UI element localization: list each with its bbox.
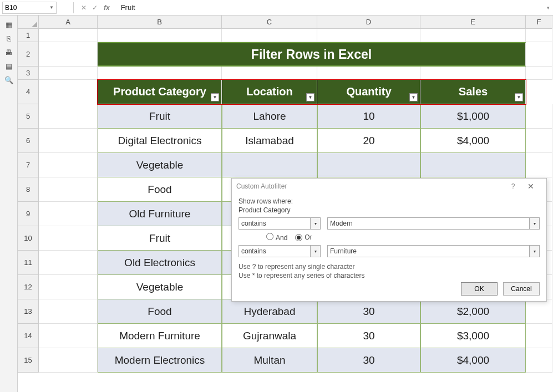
cell-product-category[interactable]: Vegetable xyxy=(98,153,222,177)
col-header[interactable]: A xyxy=(39,16,98,29)
header-sales[interactable]: Sales▼ xyxy=(420,80,526,104)
filter-dropdown-icon[interactable]: ▼ xyxy=(306,93,314,101)
cell[interactable] xyxy=(526,153,552,177)
tool-icon[interactable]: ▤ xyxy=(2,60,16,72)
cell-sales[interactable]: $1,000 xyxy=(420,104,526,129)
col-header[interactable]: D xyxy=(317,16,420,29)
cell-sales[interactable]: $3,000 xyxy=(420,324,526,348)
name-box[interactable]: B10 ▼ xyxy=(2,2,57,14)
dropdown-icon[interactable]: ▾ xyxy=(310,246,320,257)
tool-icon[interactable]: ▦ xyxy=(2,18,16,30)
enter-icon[interactable]: ✓ xyxy=(89,4,100,12)
cell[interactable] xyxy=(420,67,526,80)
cell-location[interactable]: Lahore xyxy=(222,104,317,129)
cell-quantity[interactable]: 30 xyxy=(317,324,420,348)
ok-button[interactable]: OK xyxy=(461,282,498,296)
filter-dropdown-icon[interactable]: ▼ xyxy=(211,93,219,101)
cell-location[interactable] xyxy=(222,153,317,177)
fx-icon[interactable]: fx xyxy=(104,4,110,12)
row-header[interactable]: 10 xyxy=(18,226,39,251)
cell-sales[interactable] xyxy=(420,153,526,177)
operator1-combo[interactable]: contains▾ xyxy=(239,217,321,230)
help-icon[interactable]: ? xyxy=(506,182,520,190)
cell[interactable] xyxy=(526,299,552,324)
cell-sales[interactable]: $2,000 xyxy=(420,299,526,324)
cell-quantity[interactable]: 10 xyxy=(317,104,420,129)
header-location[interactable]: Location▼ xyxy=(222,80,317,104)
cell-location[interactable]: Gujranwala xyxy=(222,324,317,348)
select-all-corner[interactable] xyxy=(18,16,39,29)
row-header[interactable]: 4 xyxy=(18,80,39,104)
cell-location[interactable]: Hyderabad xyxy=(222,299,317,324)
row-header[interactable]: 14 xyxy=(18,324,39,348)
row-header[interactable]: 12 xyxy=(18,275,39,299)
cell-quantity[interactable]: 30 xyxy=(317,348,420,373)
cell-product-category[interactable]: Old Electronics xyxy=(98,251,222,275)
cell[interactable] xyxy=(317,67,420,80)
dropdown-icon[interactable]: ▼ xyxy=(49,5,54,10)
cell[interactable] xyxy=(526,129,552,153)
cell-product-category[interactable]: Vegetable xyxy=(98,275,222,299)
cell-product-category[interactable]: Digital Electronics xyxy=(98,129,222,153)
header-quantity[interactable]: Quantity▼ xyxy=(317,80,420,104)
cell[interactable] xyxy=(39,104,98,129)
cell[interactable] xyxy=(39,29,98,42)
tool-icon[interactable]: 🔍 xyxy=(2,74,16,86)
cell[interactable] xyxy=(98,29,222,42)
cell-product-category[interactable]: Fruit xyxy=(98,226,222,251)
cell-product-category[interactable]: Old Furniture xyxy=(98,202,222,226)
cell-quantity[interactable]: 20 xyxy=(317,129,420,153)
col-header[interactable]: F xyxy=(526,16,552,29)
row-header[interactable]: 8 xyxy=(18,177,39,202)
cell[interactable] xyxy=(39,251,98,275)
cell[interactable] xyxy=(39,177,98,202)
cell[interactable] xyxy=(39,299,98,324)
row-header[interactable]: 2 xyxy=(18,42,39,67)
and-radio[interactable]: And xyxy=(266,233,287,242)
header-product-category[interactable]: Product Category▼ xyxy=(98,80,222,104)
cell-location[interactable]: Multan xyxy=(222,348,317,373)
cell[interactable] xyxy=(98,67,222,80)
dropdown-icon[interactable]: ▾ xyxy=(529,218,539,229)
cell[interactable] xyxy=(39,67,98,80)
operator2-combo[interactable]: contains▾ xyxy=(239,245,321,257)
cell-sales[interactable]: $4,000 xyxy=(420,348,526,373)
row-header[interactable]: 9 xyxy=(18,202,39,226)
formula-value[interactable]: Fruit xyxy=(121,3,135,12)
row-header[interactable]: 3 xyxy=(18,67,39,80)
cancel-icon[interactable]: ✕ xyxy=(78,4,89,12)
dropdown-icon[interactable]: ▾ xyxy=(529,246,539,257)
tool-icon[interactable]: 🖶 xyxy=(2,46,16,58)
row-header[interactable]: 6 xyxy=(18,129,39,153)
cell-product-category[interactable]: Fruit xyxy=(98,104,222,129)
cell-sales[interactable]: $4,000 xyxy=(420,129,526,153)
cell[interactable] xyxy=(39,226,98,251)
cell[interactable] xyxy=(526,42,552,67)
cell[interactable] xyxy=(526,324,552,348)
col-header[interactable]: C xyxy=(222,16,317,29)
value1-combo[interactable]: Modern▾ xyxy=(327,217,540,230)
cell[interactable] xyxy=(39,275,98,299)
cell[interactable] xyxy=(39,348,98,373)
col-header[interactable]: E xyxy=(420,16,526,29)
cell[interactable] xyxy=(39,153,98,177)
or-radio[interactable]: Or xyxy=(295,233,312,241)
cell-product-category[interactable]: Modern Furniture xyxy=(98,324,222,348)
cancel-button[interactable]: Cancel xyxy=(503,282,540,296)
cell[interactable] xyxy=(317,29,420,42)
expand-icon[interactable]: ▾ xyxy=(547,5,550,11)
row-header[interactable]: 15 xyxy=(18,348,39,373)
dropdown-icon[interactable]: ▾ xyxy=(310,218,320,229)
row-header[interactable]: 1 xyxy=(18,29,39,42)
row-header[interactable]: 13 xyxy=(18,299,39,324)
tool-icon[interactable]: ⎘ xyxy=(2,32,16,44)
filter-dropdown-icon[interactable]: ▼ xyxy=(409,93,418,101)
cell-product-category[interactable]: Food xyxy=(98,299,222,324)
cell-product-category[interactable]: Modern Electronics xyxy=(98,348,222,373)
cell[interactable] xyxy=(420,29,526,42)
cell[interactable] xyxy=(39,324,98,348)
cell-quantity[interactable] xyxy=(317,153,420,177)
row-header[interactable]: 5 xyxy=(18,104,39,129)
cell[interactable] xyxy=(222,67,317,80)
value2-combo[interactable]: Furniture▾ xyxy=(327,245,540,257)
